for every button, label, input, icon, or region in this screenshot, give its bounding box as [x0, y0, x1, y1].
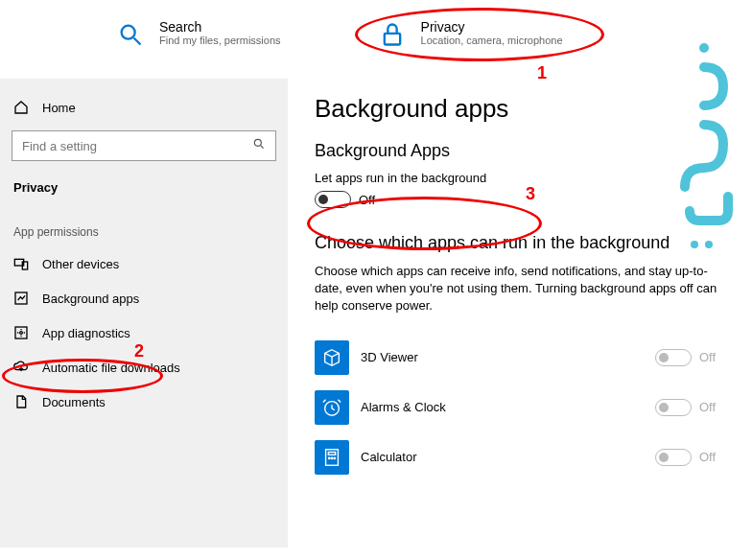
card-search[interactable]: Search Find my files, permissions	[115, 19, 281, 50]
home-icon	[13, 100, 29, 115]
page-title: Background apps	[315, 94, 735, 124]
card-privacy-sub: Location, camera, microphone	[421, 35, 563, 46]
sidebar-item-label: Documents	[42, 395, 106, 409]
sidebar-search[interactable]	[12, 130, 276, 161]
svg-point-9	[20, 332, 23, 335]
app-name: Alarms & Clock	[361, 400, 644, 414]
heading-choose-apps: Choose which apps can run in the backgro…	[315, 233, 735, 253]
svg-rect-12	[328, 452, 335, 455]
svg-line-4	[261, 146, 264, 149]
cloud-download-icon	[13, 360, 29, 375]
svg-rect-8	[15, 327, 27, 338]
svg-rect-2	[384, 34, 399, 45]
app-row-calculator: Calculator Off	[315, 432, 735, 482]
devices-icon	[13, 256, 29, 271]
master-toggle[interactable]	[315, 191, 351, 208]
sidebar: Home Privacy App permissions Other devic…	[0, 79, 288, 548]
svg-point-3	[254, 139, 261, 146]
sidebar-group-app-permissions: App permissions	[0, 208, 288, 246]
sidebar-item-automatic-file-downloads[interactable]: Automatic file downloads	[0, 350, 288, 385]
sidebar-item-label: Automatic file downloads	[42, 361, 180, 375]
app-icon-calculator	[315, 440, 349, 475]
app-name: 3D Viewer	[361, 350, 644, 364]
app-row-alarms: Alarms & Clock Off	[315, 383, 735, 432]
lock-icon	[377, 19, 408, 50]
background-apps-icon	[13, 291, 29, 306]
search-input[interactable]	[22, 139, 252, 153]
svg-line-1	[134, 38, 141, 45]
sidebar-item-other-devices[interactable]: Other devices	[0, 246, 288, 281]
sidebar-home-label: Home	[42, 101, 76, 115]
svg-point-14	[331, 457, 332, 458]
sidebar-item-app-diagnostics[interactable]: App diagnostics	[0, 315, 288, 350]
app-name: Calculator	[361, 450, 644, 464]
svg-point-13	[329, 457, 330, 458]
card-privacy-title: Privacy	[421, 19, 563, 35]
svg-point-0	[122, 26, 135, 39]
app-icon-alarms	[315, 390, 349, 425]
app-row-3d-viewer: 3D Viewer Off	[315, 333, 735, 383]
card-privacy[interactable]: Privacy Location, camera, microphone	[377, 19, 563, 50]
sidebar-item-documents[interactable]: Documents	[0, 385, 288, 419]
app-toggle-state: Off	[699, 350, 716, 364]
search-icon	[252, 137, 266, 154]
master-toggle-label: Let apps run in the background	[315, 171, 735, 185]
app-toggle-3d-viewer[interactable]	[655, 349, 692, 366]
diagnostics-icon	[13, 325, 29, 340]
sidebar-item-label: Other devices	[42, 257, 119, 271]
main-content: Background apps Background Apps Let apps…	[288, 79, 752, 548]
svg-point-15	[334, 457, 335, 458]
sidebar-home[interactable]: Home	[0, 90, 288, 125]
sidebar-item-label: App diagnostics	[42, 326, 130, 340]
master-toggle-section: Let apps run in the background Off	[315, 171, 735, 208]
card-search-sub: Find my files, permissions	[159, 35, 281, 46]
document-icon	[13, 394, 29, 409]
master-toggle-state: Off	[359, 193, 375, 207]
card-search-title: Search	[159, 19, 281, 35]
app-icon-3d-viewer	[315, 340, 349, 375]
sidebar-section-privacy: Privacy	[0, 175, 288, 208]
app-toggle-state: Off	[699, 400, 716, 414]
choose-apps-description: Choose which apps can receive info, send…	[315, 263, 735, 315]
app-toggle-alarms[interactable]	[655, 399, 692, 416]
heading-background-apps: Background Apps	[315, 141, 735, 161]
app-toggle-state: Off	[699, 450, 716, 464]
app-toggle-calculator[interactable]	[655, 449, 692, 466]
sidebar-item-label: Background apps	[42, 292, 139, 306]
top-category-cards: Search Find my files, permissions Privac…	[0, 0, 752, 79]
sidebar-item-background-apps[interactable]: Background apps	[0, 281, 288, 315]
search-icon	[115, 19, 146, 50]
